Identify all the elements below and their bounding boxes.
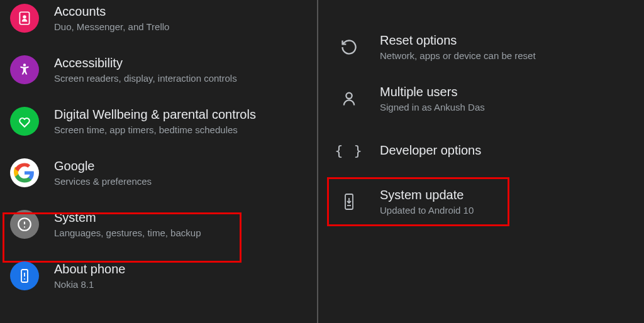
system-icon xyxy=(10,210,39,239)
item-title: Reset options xyxy=(380,33,536,48)
settings-item-multiple-users[interactable]: Multiple users Signed in as Ankush Das xyxy=(318,73,644,124)
item-subtitle: Signed in as Ankush Das xyxy=(380,102,485,112)
text-block: Digital Wellbeing & parental controls Sc… xyxy=(54,107,256,135)
settings-item-system[interactable]: System Languages, gestures, time, backup xyxy=(0,199,317,250)
settings-panel-right: Reset options Network, apps or device ca… xyxy=(318,0,644,323)
item-title: System update xyxy=(380,188,474,202)
item-title: Accessibility xyxy=(54,56,237,70)
svg-point-9 xyxy=(346,93,352,99)
item-subtitle: Screen time, app timers, bedtime schedul… xyxy=(54,124,256,135)
text-block: Multiple users Signed in as Ankush Das xyxy=(380,85,485,112)
item-title: System xyxy=(54,211,201,225)
settings-item-google[interactable]: Google Services & preferences xyxy=(0,147,317,199)
wellbeing-icon xyxy=(10,107,39,136)
item-title: Google xyxy=(54,159,152,173)
text-block: System update Updated to Android 10 xyxy=(380,188,474,216)
item-subtitle: Screen readers, display, interaction con… xyxy=(54,73,237,84)
item-subtitle: Services & preferences xyxy=(54,176,152,187)
item-title: About phone xyxy=(54,262,125,276)
item-subtitle: Duo, Messenger, and Trello xyxy=(54,21,169,32)
users-icon xyxy=(335,84,364,113)
settings-item-developer-options[interactable]: { } Developer options xyxy=(318,124,644,176)
svg-point-5 xyxy=(24,226,25,227)
item-subtitle: Updated to Android 10 xyxy=(380,205,474,216)
item-subtitle: Languages, gestures, time, backup xyxy=(54,227,201,238)
settings-item-accessibility[interactable]: Accessibility Screen readers, display, i… xyxy=(0,44,317,96)
item-title: Developer options xyxy=(380,143,481,158)
settings-panel-left: Accounts Duo, Messenger, and Trello Acce… xyxy=(0,0,318,323)
accessibility-icon xyxy=(10,55,39,84)
reset-icon xyxy=(335,33,364,62)
about-phone-icon xyxy=(10,261,39,290)
developer-icon: { } xyxy=(335,136,364,165)
text-block: Google Services & preferences xyxy=(54,159,152,187)
svg-point-1 xyxy=(23,15,26,18)
item-subtitle: Nokia 8.1 xyxy=(54,279,125,290)
system-update-icon xyxy=(335,187,364,216)
settings-item-about-phone[interactable]: About phone Nokia 8.1 xyxy=(0,250,317,302)
text-block: Reset options Network, apps or device ca… xyxy=(380,33,536,61)
text-block: About phone Nokia 8.1 xyxy=(54,262,125,290)
svg-point-2 xyxy=(23,63,26,66)
item-title: Digital Wellbeing & parental controls xyxy=(54,107,256,122)
text-block: Accounts Duo, Messenger, and Trello xyxy=(54,4,169,32)
settings-item-reset-options[interactable]: Reset options Network, apps or device ca… xyxy=(318,21,644,73)
google-icon xyxy=(10,158,39,187)
text-block: System Languages, gestures, time, backup xyxy=(54,211,201,238)
text-block: Developer options xyxy=(380,143,481,158)
accounts-icon xyxy=(10,4,39,33)
text-block: Accessibility Screen readers, display, i… xyxy=(54,56,237,84)
item-subtitle: Network, apps or device can be reset xyxy=(380,50,536,61)
settings-item-accounts[interactable]: Accounts Duo, Messenger, and Trello xyxy=(0,0,317,44)
item-title: Accounts xyxy=(54,4,169,19)
svg-point-8 xyxy=(24,278,25,280)
item-title: Multiple users xyxy=(380,85,485,99)
settings-item-system-update[interactable]: System update Updated to Android 10 xyxy=(318,176,644,227)
settings-item-digital-wellbeing[interactable]: Digital Wellbeing & parental controls Sc… xyxy=(0,96,317,147)
